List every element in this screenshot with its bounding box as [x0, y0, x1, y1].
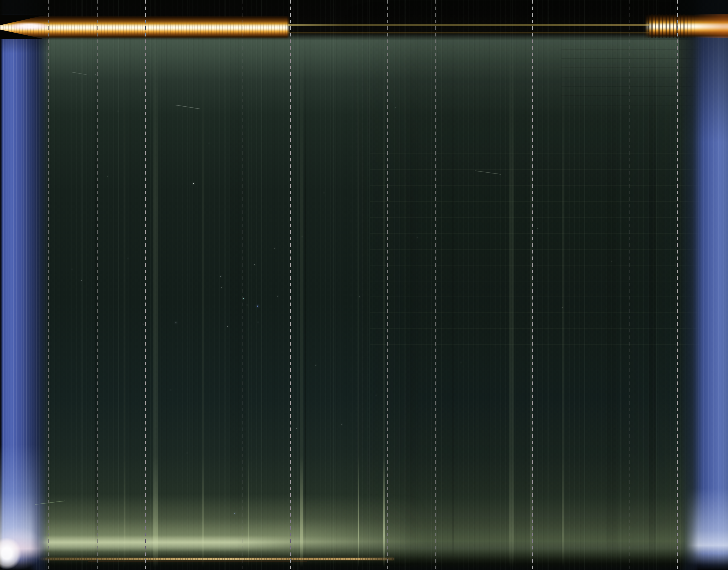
hour-gridline-04: [532, 0, 533, 570]
sun-band-dawn-segment: [644, 14, 728, 38]
star: [170, 390, 171, 390]
star: [315, 365, 316, 365]
star: [254, 264, 255, 265]
star: [247, 305, 247, 305]
horizontal-band-texture: [370, 154, 728, 345]
hour-gridline-07: [677, 0, 678, 570]
light-streak-column: [358, 0, 359, 570]
star: [143, 324, 143, 324]
hour-gridline-02: [436, 0, 436, 570]
band-left-white-tip: [11, 22, 47, 30]
dark-streak-column: [649, 0, 656, 570]
hour-gridline-06: [629, 0, 629, 570]
hour-gridline-21: [194, 0, 194, 570]
star: [107, 176, 108, 177]
thin-gold-line: [287, 24, 649, 26]
light-streak-column: [562, 0, 564, 570]
star: [274, 248, 275, 249]
star: [72, 269, 72, 270]
light-streak-column: [530, 0, 533, 570]
star: [257, 306, 258, 307]
star: [243, 298, 244, 299]
star: [341, 424, 342, 425]
hour-gridline-18: [48, 0, 49, 570]
star: [562, 307, 563, 308]
light-streak-column: [509, 0, 514, 570]
star: [359, 296, 360, 297]
hour-gridline-19: [97, 0, 97, 570]
light-streak-column: [300, 0, 303, 570]
star: [417, 237, 418, 238]
star: [258, 322, 258, 322]
star: [140, 90, 140, 91]
star: [302, 236, 302, 237]
star: [209, 143, 209, 144]
hour-gridline-05: [581, 0, 581, 570]
light-streak-column: [202, 0, 204, 570]
thin-gold-line-secondary: [287, 32, 649, 33]
star: [175, 322, 176, 323]
bottom-left-light-blob: [0, 538, 21, 569]
light-streak-column: [124, 0, 125, 570]
light-streak-column: [153, 0, 158, 570]
star: [296, 428, 297, 429]
star: [376, 395, 376, 396]
hour-gridline-20: [145, 0, 146, 570]
star: [234, 513, 235, 514]
dusk-twilight-column: [0, 0, 49, 570]
faint-red-ground-line: [88, 561, 307, 562]
hour-gridline-22: [242, 0, 242, 570]
dark-streak-column: [406, 0, 416, 570]
star: [128, 258, 128, 259]
star: [118, 111, 118, 111]
keogram-canvas: 1819202122230001020304050607: [0, 0, 728, 570]
star: [221, 287, 222, 288]
light-streak-column: [383, 0, 385, 570]
star: [81, 280, 82, 281]
light-streak-column: [248, 0, 249, 570]
star: [95, 74, 96, 75]
sun-band-orange-tail: [644, 14, 728, 38]
star: [187, 453, 187, 453]
dark-streak-column: [304, 0, 306, 570]
twilight-top-shadow-left: [0, 0, 49, 570]
star: [220, 276, 221, 277]
star: [395, 107, 396, 108]
star: [324, 192, 324, 193]
hour-gridline-01: [387, 0, 388, 570]
dawn-twilight-column: [679, 0, 728, 570]
hour-gridline-23: [290, 0, 291, 570]
twilight-top-shadow-right: [679, 0, 728, 570]
star: [277, 296, 278, 296]
dark-streak-column: [230, 0, 246, 570]
star: [461, 362, 461, 363]
star: [611, 261, 612, 261]
hour-gridline-00: [339, 0, 339, 570]
star: [537, 228, 538, 229]
star: [227, 326, 228, 327]
hour-gridline-03: [484, 0, 484, 570]
dark-streak-column: [452, 0, 454, 570]
dark-streak-column: [606, 0, 617, 570]
horizon-glow-core: [11, 535, 301, 552]
